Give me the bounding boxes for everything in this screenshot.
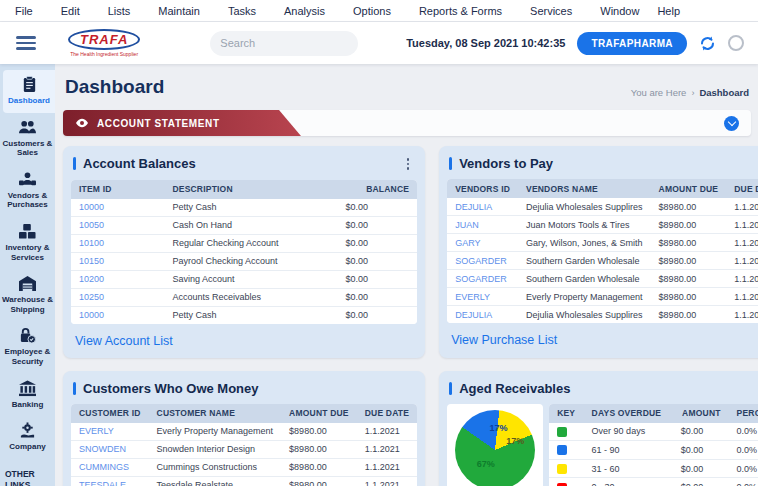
cell-due: 1.1.2021: [726, 234, 758, 252]
menu-reports-forms[interactable]: Reports & Forms: [410, 0, 521, 21]
cell-desc: Cash On Hand: [164, 216, 337, 234]
cell-id[interactable]: GARY: [447, 234, 518, 252]
menu-services[interactable]: Services: [521, 0, 591, 21]
sidebar-item-inventory-services[interactable]: Inventory & Services: [0, 217, 55, 269]
menu-edit-label: Edit: [61, 5, 80, 17]
menubar: File Edit Lists Maintain Tasks Analysis …: [0, 0, 758, 22]
table-row: GARYGary, Wilson, Jones, & Smith$8980.00…: [447, 234, 758, 252]
cell-id[interactable]: DEJULIA: [447, 198, 518, 216]
cell-id[interactable]: CUMMINGS: [71, 458, 149, 476]
menu-window[interactable]: Window: [591, 0, 648, 21]
sidebar-label: Employee & Security: [2, 347, 53, 366]
table-row: SOGARDERSouthern Garden Wholesale$8980.0…: [447, 270, 758, 288]
cell-desc: Petty Cash: [164, 199, 337, 217]
cell-id[interactable]: SOGARDER: [447, 270, 518, 288]
cell-id[interactable]: 10050: [71, 216, 164, 234]
col-header-days-overdue: DAYS OVERDUE: [584, 404, 673, 423]
cell-id[interactable]: EVERLY: [71, 423, 149, 441]
col-header-amount-due: AMOUNT DUE: [281, 404, 357, 423]
menu-file[interactable]: File: [6, 0, 52, 21]
cell-id[interactable]: 10250: [71, 288, 164, 306]
panel-title: Customers Who Owe Money: [73, 381, 259, 396]
table-row: 61 - 90$0.000.0%: [549, 441, 758, 460]
table-row: 10250Accounts Receivables$0.00: [71, 288, 417, 306]
panel-account-balances: Account Balances ITEM ID DESCRIPTION BAL…: [63, 146, 425, 358]
table-row: SNOWDENSnowden Interior Design$8980.001.…: [71, 440, 417, 458]
cell-range: Over 90 days: [584, 423, 673, 441]
col-header-amount: AMOUNT: [673, 404, 729, 423]
app-window: File Edit Lists Maintain Tasks Analysis …: [0, 0, 758, 486]
menu-help[interactable]: Help: [648, 0, 689, 21]
sidebar-item-warehouse-shipping[interactable]: Warehouse & Shipping: [0, 269, 55, 321]
cell-desc: Payrool Checking Account: [164, 252, 337, 270]
menu-maintain[interactable]: Maintain: [149, 0, 219, 21]
cell-desc: Petty Cash: [164, 306, 337, 324]
sidebar-item-company[interactable]: Company: [0, 416, 55, 459]
menu-analysis[interactable]: Analysis: [275, 0, 344, 21]
cell-id[interactable]: 10000: [71, 199, 164, 217]
cell-id[interactable]: DEJULIA: [447, 306, 518, 324]
cell-id[interactable]: 10000: [71, 306, 164, 324]
sidebar-item-employee-security[interactable]: Employee & Security: [0, 321, 55, 373]
table-row: 0 - 30$0.000.0%: [549, 478, 758, 486]
header-right: Tuesday, 08 Sep 2021 10:42:35 TRAFAPHARM…: [406, 32, 758, 55]
col-header-vendors-id: VENDORS ID: [447, 179, 518, 198]
cell-name: Juan Motors Tools & Tires: [518, 216, 651, 234]
logo-tagline: The Health Ingredient Supplier: [70, 51, 138, 57]
hamburger-menu-icon[interactable]: [16, 33, 36, 53]
cell-id[interactable]: 10100: [71, 234, 164, 252]
status-ring-icon[interactable]: [728, 35, 744, 51]
view-purchase-list-link[interactable]: View Purchase List: [447, 323, 758, 355]
cell-id[interactable]: JUAN: [447, 216, 518, 234]
pie-segment-label: 17%: [490, 423, 508, 433]
cell-id[interactable]: 10150: [71, 252, 164, 270]
cell-id[interactable]: SOGARDER: [447, 252, 518, 270]
collapse-chevron-button[interactable]: [724, 116, 739, 131]
menu-edit[interactable]: Edit: [52, 0, 99, 21]
cell-amount: $8980.00: [651, 216, 727, 234]
cell-range: 61 - 90: [584, 441, 673, 460]
search-input[interactable]: [220, 37, 362, 49]
sidebar-label: Company: [9, 442, 45, 452]
cell-name: Snowden Interior Design: [149, 440, 282, 458]
cell-id[interactable]: TEESDALE: [71, 476, 149, 486]
sidebar-item-banking[interactable]: Banking: [0, 374, 55, 417]
cell-id[interactable]: 10200: [71, 270, 164, 288]
menu-tasks-label: Tasks: [228, 5, 256, 17]
col-header-balance: BALANCE: [338, 180, 418, 199]
sidebar-label: Inventory & Services: [2, 243, 53, 262]
cell-id[interactable]: SNOWDEN: [71, 440, 149, 458]
aged-receivables-pie: 17% 17% 67%: [455, 410, 535, 486]
sidebar-label: Customers & Sales: [2, 139, 53, 158]
menu-options[interactable]: Options: [344, 0, 410, 21]
menu-lists[interactable]: Lists: [99, 0, 150, 21]
refresh-icon[interactable]: [699, 35, 716, 52]
col-header-due-date: DUE DATE: [357, 404, 417, 423]
col-header-customer-id: CUSTOMER ID: [71, 404, 149, 423]
company-button[interactable]: TRAFAPHARMA: [577, 32, 687, 55]
table-row: 10000Petty Cash$0.00: [71, 199, 417, 217]
kebab-menu-icon[interactable]: [401, 156, 416, 172]
table-row: EVERLYEverly Property Management$8980.00…: [71, 423, 417, 441]
cell-desc: Regular Checking Account: [164, 234, 337, 252]
cell-amount: $8980.00: [651, 288, 727, 306]
datetime-display: Tuesday, 08 Sep 2021 10:42:35: [406, 37, 565, 49]
sidebar-item-vendors-purchases[interactable]: Vendors & Purchases: [0, 165, 55, 217]
view-account-list-link[interactable]: View Account List: [71, 324, 417, 356]
sidebar-label: Warehouse & Shipping: [2, 295, 53, 314]
breadcrumb-current[interactable]: Dashboard: [699, 87, 749, 98]
menu-tasks[interactable]: Tasks: [219, 0, 275, 21]
app-logo: TRAFA The Health Ingredient Supplier: [68, 29, 140, 57]
menu-lists-label: Lists: [108, 5, 131, 17]
cell-percent: 0.0%: [729, 478, 758, 486]
sidebar-item-dashboard[interactable]: Dashboard: [3, 70, 55, 113]
search-box[interactable]: [210, 31, 358, 56]
other-links-heading: OTHER LINKS: [0, 459, 55, 486]
cell-id[interactable]: EVERLY: [447, 288, 518, 306]
pie-segment-label: 67%: [477, 459, 495, 469]
cell-due: 1.1.2021: [726, 252, 758, 270]
cell-amount: $8980.00: [281, 440, 357, 458]
table-row: 31 - 60$0.000.0%: [549, 459, 758, 478]
menu-help-label: Help: [657, 5, 680, 17]
sidebar-item-customers-sales[interactable]: Customers & Sales: [0, 113, 55, 165]
